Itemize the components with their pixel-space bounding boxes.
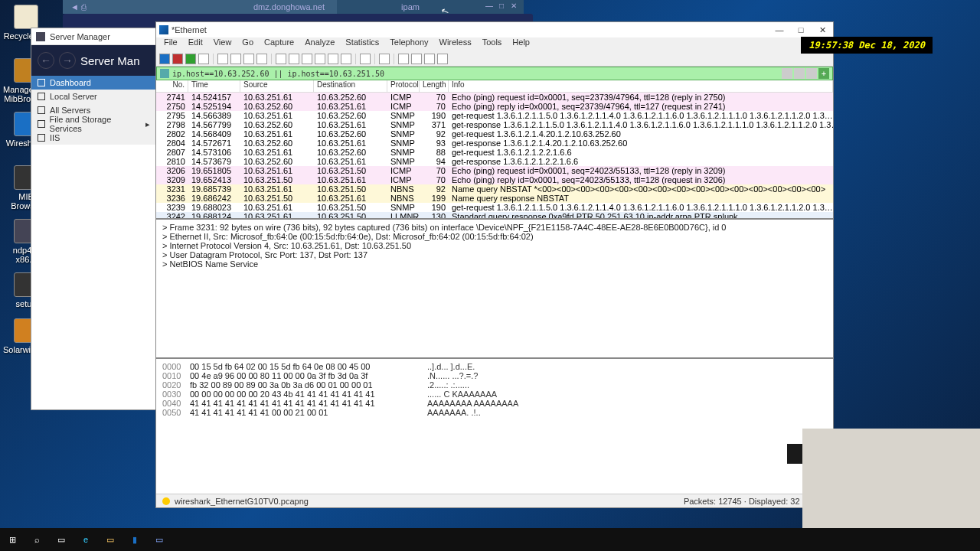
taskbar-servermanager[interactable]: ▭ [147,528,172,551]
wireshark-title: *Ethernet [172,25,772,34]
packet-row[interactable]: 324219.68812410.63.251.6110.63.251.50LLM… [156,212,833,218]
last-button[interactable] [341,54,351,64]
sidebar-item-dashboard[interactable]: Dashboard [31,76,156,90]
wireshark-window: *Ethernet — □ ✕ File Edit View Go Captur… [155,21,834,508]
zoom-out-button[interactable] [411,54,422,64]
packet-row[interactable]: 280414.57267110.63.252.6010.63.251.61SNM… [156,139,833,148]
packet-row[interactable]: 323919.68802310.63.251.6110.63.251.50SNM… [156,203,833,212]
hex-line[interactable]: 003000 00 00 00 00 00 20 43 4b 41 41 41 … [162,390,827,399]
packet-row[interactable]: 280214.56840910.63.251.6110.63.252.60SNM… [156,129,833,139]
minimize-button[interactable]: — [772,25,787,35]
menu-wireless[interactable]: Wireless [435,37,476,51]
zoom-reset-button[interactable] [424,54,435,64]
iis-icon [38,134,45,142]
packet-detail-pane[interactable]: > Frame 3231: 92 bytes on wire (736 bits… [156,218,833,357]
packet-row[interactable]: 279514.56638910.63.251.6110.63.252.60SNM… [156,111,833,120]
packet-row[interactable]: 320619.65180510.63.251.6110.63.251.50ICM… [156,166,833,175]
webcam-overlay [802,429,980,528]
menu-file[interactable]: File [159,37,182,51]
colorize-button[interactable] [379,54,390,64]
max-icon[interactable]: □ [496,2,507,12]
packet-row[interactable]: 323119.68573910.63.251.6110.63.251.50NBN… [156,184,833,194]
search-button[interactable]: ⌕ [24,528,49,551]
min-icon[interactable]: — [484,2,495,12]
add-filter-button[interactable]: + [818,68,829,79]
close-file-button[interactable] [243,54,254,64]
packet-row[interactable]: 323619.68624210.63.251.5010.63.251.61NBN… [156,194,833,203]
server-manager-sidebar: Dashboard Local Server All Servers File … [31,76,156,145]
sidebar-item-filestorage[interactable]: File and Storage Services▸ [31,117,156,131]
wireshark-statusbar: wireshark_EthernetG10TV0.pcapng Packets:… [156,494,833,507]
stop-capture-button[interactable] [172,54,183,64]
hex-line[interactable]: 004041 41 41 41 41 41 41 41 41 41 41 41 … [162,399,827,408]
goto-button[interactable] [315,54,325,64]
resize-cols-button[interactable] [437,54,448,64]
server-manager-titlebar[interactable]: Server Manager [31,28,156,45]
packet-bytes-pane[interactable]: 000000 15 5d fb 64 02 00 15 5d fb 64 0e … [156,357,833,494]
prev-button[interactable] [289,54,299,64]
taskbar-wireshark[interactable]: ▮ [122,528,147,551]
autoscroll-button[interactable] [360,54,371,64]
wireshark-icon [159,25,168,34]
apply-filter-button[interactable] [794,68,805,79]
open-button[interactable] [217,54,228,64]
recent-filter-button[interactable] [806,68,817,79]
packet-list-pane[interactable]: No.TimeSourceDestinationProtocolLengthIn… [156,80,833,218]
server-manager-header-text: Server Man [80,54,140,67]
packet-row[interactable]: 275014.52519410.63.252.6010.63.251.61ICM… [156,102,833,111]
packet-row[interactable]: 280714.57310610.63.251.6110.63.252.60SNM… [156,148,833,157]
menu-analyze[interactable]: Analyze [300,37,339,51]
menu-capture[interactable]: Capture [260,37,299,51]
packet-row[interactable]: 320919.65241310.63.251.5010.63.251.61ICM… [156,175,833,184]
close-button[interactable]: ✕ [815,25,830,35]
taskview-button[interactable]: ▭ [49,528,74,551]
packet-list-header[interactable]: No.TimeSourceDestinationProtocolLengthIn… [156,80,833,93]
packet-row[interactable]: 279814.56779910.63.252.6010.63.251.61SNM… [156,120,833,129]
start-button[interactable]: ⊞ [0,528,24,551]
hex-line[interactable]: 001000 4e a9 96 00 00 80 11 00 00 0a 3f … [162,371,827,380]
find-button[interactable] [276,54,286,64]
server-icon [38,93,45,100]
reload-button[interactable] [256,54,267,64]
menu-view[interactable]: View [209,37,237,51]
hex-line[interactable]: 000000 15 5d fb 64 02 00 15 5d fb 64 0e … [162,362,827,371]
packet-row[interactable]: 274114.52415710.63.251.6110.63.252.60ICM… [156,93,833,102]
display-filter-input[interactable] [172,70,780,78]
server-manager-title: Server Manager [50,32,110,41]
server-manager-window: Server Manager ← → Server Man Dashboard … [31,28,157,410]
wireshark-titlebar[interactable]: *Ethernet — □ ✕ [156,22,833,37]
taskbar: ⊞ ⌕ ▭ e ▭ ▮ ▭ [0,528,980,551]
hex-line[interactable]: 005041 41 41 41 41 41 41 00 00 21 00 01A… [162,408,827,417]
dashboard-icon [38,79,45,86]
start-capture-button[interactable] [159,54,170,64]
hex-line[interactable]: 0020fb 32 00 89 00 89 00 3a 0b 3a d6 00 … [162,380,827,390]
menu-statistics[interactable]: Statistics [341,37,384,51]
menu-tools[interactable]: Tools [478,37,507,51]
first-button[interactable] [328,54,338,64]
maximize-button[interactable]: □ [793,25,808,35]
server-manager-icon [36,32,45,41]
taskbar-ie[interactable]: e [74,528,98,551]
menu-go[interactable]: Go [237,37,258,51]
menu-edit[interactable]: Edit [184,37,207,51]
server-manager-header: ← → Server Man [31,45,156,76]
zoom-in-button[interactable] [398,54,409,64]
bookmark-icon[interactable] [160,69,169,78]
menu-help[interactable]: Help [508,37,534,51]
clock-overlay: 19:57:38 Dec 18, 2020 [801,37,933,54]
sidebar-item-localserver[interactable]: Local Server [31,90,156,103]
restart-capture-button[interactable] [185,54,196,64]
taskbar-explorer[interactable]: ▭ [98,528,122,551]
storage-icon [38,120,45,128]
save-button[interactable] [230,54,241,64]
next-button[interactable] [302,54,312,64]
expert-info-icon[interactable] [162,497,170,505]
servers-icon [38,106,45,114]
clear-filter-button[interactable] [782,68,792,79]
options-button[interactable] [198,54,209,64]
close-icon[interactable]: ✕ [508,2,519,12]
nav-back-button[interactable]: ← [38,52,54,69]
menu-telephony[interactable]: Telephony [385,37,433,51]
packet-row[interactable]: 281014.57367910.63.252.6010.63.251.61SNM… [156,157,833,166]
nav-fwd-button[interactable]: → [59,52,76,69]
